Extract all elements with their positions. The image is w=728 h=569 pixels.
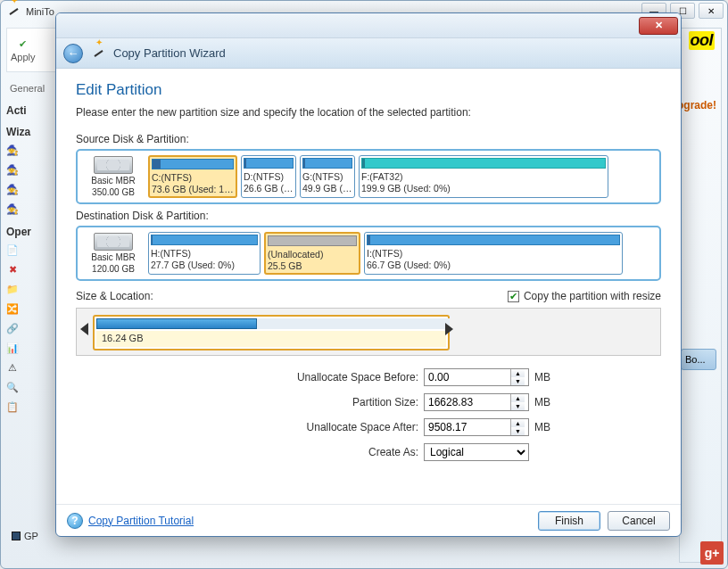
sidebar-item[interactable]: 🧙 <box>6 201 60 217</box>
apply-button[interactable]: ✔ Apply <box>11 37 36 62</box>
partition-block[interactable]: H:(NTFS)27.7 GB (Used: 0%) <box>148 232 261 275</box>
disk-size: 120.00 GB <box>92 264 135 274</box>
sidebar-item[interactable]: 📊 <box>6 340 60 356</box>
partition-sublabel: 66.7 GB (Used: 0%) <box>367 260 620 271</box>
partition-label: G:(NTFS) <box>302 171 352 183</box>
space-after-field[interactable] <box>425 419 510 435</box>
finish-button[interactable]: Finish <box>538 511 600 531</box>
partition-block[interactable]: I:(NTFS)66.7 GB (Used: 0%) <box>364 232 623 275</box>
disk-name: Basic MBR <box>91 252 135 262</box>
dialog-footer: ? Copy Partition Tutorial Finish Cancel <box>56 504 681 536</box>
help-icon[interactable]: ? <box>67 513 83 529</box>
sidebar-item[interactable]: 📁 <box>6 281 60 297</box>
dest-disk-block[interactable]: Basic MBR 120.00 GB <box>82 232 145 275</box>
back-button[interactable]: ← <box>63 44 83 63</box>
wizard-icon: 🧙 <box>6 202 19 215</box>
slider-used-fill <box>96 318 257 329</box>
partition-block[interactable]: C:(NTFS)73.6 GB (Used: 10% <box>148 155 237 198</box>
cancel-button[interactable]: Cancel <box>608 511 670 531</box>
sidebar-item[interactable]: 📄 <box>6 242 60 258</box>
row-space-after: Unallocate Space After: ▲▼ MB <box>307 418 554 436</box>
wizard-icon: 🧙 <box>6 144 19 156</box>
sidebar-item[interactable]: 🔀 <box>6 301 60 317</box>
row-space-before: Unallocate Space Before: ▲▼ MB <box>297 368 554 386</box>
partition-label: H:(NTFS) <box>151 248 258 260</box>
partition-sublabel: 199.9 GB (Used: 0%) <box>361 183 606 194</box>
partition-block[interactable]: G:(NTFS)49.9 GB (Used <box>300 155 355 198</box>
partition-bar <box>244 158 294 169</box>
tab-general[interactable]: General <box>6 81 60 95</box>
source-section-label: Source Disk & Partition: <box>76 133 661 145</box>
partition-block[interactable]: F:(FAT32)199.9 GB (Used: 0%) <box>359 155 608 198</box>
disk-icon <box>94 156 133 174</box>
sidebar-heading-actions: Acti <box>6 104 60 117</box>
op-icon: ✖ <box>6 263 19 276</box>
label-space-after: Unallocate Space After: <box>307 421 418 433</box>
disk-name: Basic MBR <box>91 176 135 186</box>
googleplus-button[interactable]: g+ <box>700 541 724 565</box>
partition-bar <box>152 159 234 169</box>
partition-label: I:(NTFS) <box>367 248 620 260</box>
partition-slider[interactable]: 16.24 GB <box>76 308 661 356</box>
apply-label: Apply <box>11 52 36 62</box>
wizard-icon: 🧙 <box>6 183 19 195</box>
spin-up[interactable]: ▲ <box>511 394 525 402</box>
spin-up[interactable]: ▲ <box>511 419 525 427</box>
wizard-icon: 🧙 <box>6 163 19 176</box>
op-icon: 🔍 <box>6 381 19 393</box>
label-partition-size: Partition Size: <box>352 396 418 408</box>
tutorial-link[interactable]: Copy Partition Tutorial <box>88 515 194 527</box>
sidebar-item[interactable]: 🧙 <box>6 142 60 158</box>
partition-sublabel: 25.5 GB <box>268 260 357 272</box>
upgrade-label[interactable]: ograde! <box>677 99 716 111</box>
input-partition-size[interactable]: ▲▼ <box>424 393 529 411</box>
size-location-label: Size & Location: <box>76 290 153 302</box>
slider-handle-right[interactable] <box>445 323 453 335</box>
op-icon: 📁 <box>6 283 19 295</box>
dest-section-label: Destination Disk & Partition: <box>76 210 661 222</box>
partition-bar <box>361 158 606 169</box>
disk-icon <box>94 233 133 251</box>
dest-disk-row: Basic MBR 120.00 GB H:(NTFS)27.7 GB (Use… <box>76 226 661 281</box>
bo-button[interactable]: Bo... <box>681 349 716 370</box>
op-icon: ⚠ <box>6 361 19 374</box>
sidebar-item[interactable]: 📋 <box>6 399 60 415</box>
sidebar-item[interactable]: ✖ <box>6 261 60 277</box>
partition-label: D:(NTFS) <box>244 171 294 183</box>
op-icon: 🔀 <box>6 302 19 315</box>
sidebar-item[interactable]: ⚠ <box>6 359 60 375</box>
sidebar-item[interactable]: 🔍 <box>6 379 60 395</box>
tutorial-section: ? Copy Partition Tutorial <box>67 513 194 529</box>
create-as-select[interactable]: Logical <box>424 443 529 461</box>
slider-value-label: 16.24 GB <box>102 333 143 343</box>
spin-down[interactable]: ▼ <box>511 427 525 435</box>
source-disk-block[interactable]: Basic MBR 350.00 GB <box>82 155 145 198</box>
input-space-after[interactable]: ▲▼ <box>424 418 529 436</box>
wizard-icon: ✦ <box>90 45 106 62</box>
parent-close-button[interactable]: ✕ <box>699 3 724 19</box>
partition-sublabel: 27.7 GB (Used: 0%) <box>151 260 258 271</box>
spin-down[interactable]: ▼ <box>511 402 525 410</box>
dialog-body: Edit Partition Please enter the new part… <box>56 69 681 504</box>
partition-block[interactable]: (Unallocated)25.5 GB <box>264 232 360 275</box>
space-before-field[interactable] <box>425 369 510 385</box>
sidebar-item[interactable]: 🧙 <box>6 181 60 197</box>
slider-free-fill <box>257 318 450 329</box>
spin-up[interactable]: ▲ <box>511 369 525 377</box>
page-description: Please enter the new partition size and … <box>76 106 661 119</box>
op-icon: 📄 <box>6 243 19 256</box>
copy-with-resize-checkbox[interactable]: ✔ Copy the partition with resize <box>508 290 661 302</box>
sidebar-item[interactable]: 🔗 <box>6 320 60 336</box>
slider-range[interactable]: 16.24 GB <box>93 315 450 350</box>
input-space-before[interactable]: ▲▼ <box>424 368 529 386</box>
gp-label: GP <box>24 531 38 541</box>
partition-size-field[interactable] <box>425 394 510 410</box>
spin-down[interactable]: ▼ <box>511 377 525 385</box>
square-icon <box>12 532 21 540</box>
dialog-close-button[interactable]: ✕ <box>639 17 678 35</box>
sidebar-item[interactable]: 🧙 <box>6 161 60 177</box>
partition-block[interactable]: D:(NTFS)26.6 GB (Used <box>241 155 296 198</box>
op-icon: 🔗 <box>6 322 19 334</box>
slider-body <box>96 331 446 347</box>
slider-handle-left[interactable] <box>80 323 88 335</box>
